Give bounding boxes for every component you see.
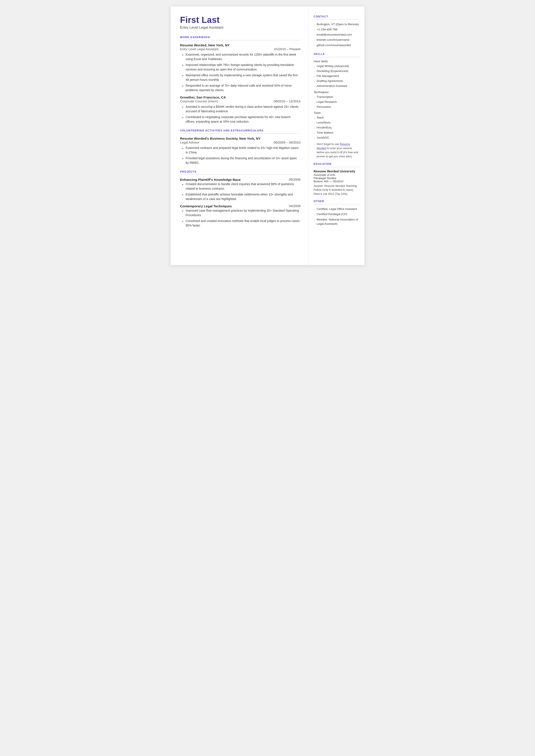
bullet: Maintained office records by implementin… [182,73,300,82]
technique: Transcription [314,95,360,99]
bullet: Assisted in securing a $500K verdict dur… [182,104,300,114]
other-title: OTHER [314,200,360,203]
bullet: Conceived and created innovative methods… [182,219,300,228]
contact-item-phone: +1-234-456-789 [314,27,360,32]
volunteer-dates-1: 06/2009 – 04/2010 [274,141,300,144]
hard-skills-label: Hard Skills: [314,60,360,63]
bullet: Provided legal assistance during the fin… [182,156,300,165]
edu-name: Resume Worded University [314,170,360,173]
tools-label: Tools: [314,111,360,114]
volunteer-header-1: Resume Worded's Business Society, New Yo… [180,137,300,141]
job-header-1: Resume Worded, New York, NY [180,43,300,47]
job-dates-2: 06/2010 – 12/2014 [274,99,300,103]
education-divider [314,167,360,167]
contact-section: CONTACT Burlington, VT (Open to Remote) … [314,15,360,47]
other-item: Certified Paralegal (CP) [314,212,360,216]
job-block-2: Growthsi, San Francisco, CA Corporate Co… [180,96,300,124]
techniques-label: Techniques: [314,91,360,94]
project-bullets-2: Improved case flow management practices … [180,209,300,228]
skills-section: SKILLS Hard Skills: Legal Writing (Advan… [314,53,360,159]
hard-skill: Administrative Assistant [314,84,360,88]
bullet: Contributed to negotiating corporate pur… [182,115,300,124]
job-company-2: Growthsi, San Francisco, CA [180,96,226,99]
contact-item-email: email@resumeworded.com [314,33,360,37]
edu-awards: Awards: Resume Worded Teaching Fellow (o… [314,184,360,196]
contact-item-github: github.com/resumeworded [314,43,360,47]
other-item: Member, National Association of Legal As… [314,217,360,226]
edu-degree: Associate of Arts [314,173,360,177]
volunteering-divider [180,133,300,134]
tool: JurisDOC [314,136,360,140]
job-role-1: Entry Level Legal Assistant [180,47,219,51]
project-header-2: Contemporary Legal Techniques 04/2009 [180,204,300,208]
promo-text: Don't forget to use Resume Worded to sca… [314,142,360,159]
project-date-2: 04/2009 [289,204,300,208]
project-block-1: Enhancing Plaintiff's Knowledge Base 05/… [180,178,300,201]
job-bullets-1: Examined, organized, and summarized reco… [180,52,300,93]
hard-skill: Docketing (Experienced) [314,69,360,73]
bullet: Established that plaintiffs achieve favo… [182,192,300,201]
bullet: Responded to an average of 70+ daily inb… [182,83,300,93]
volunteer-company-1: Resume Worded's Business Society, New Yo… [180,137,261,141]
contact-list: Burlington, VT (Open to Remote) +1-234-4… [314,22,360,47]
other-item: Certified, Legal Office Assistant [314,207,360,211]
work-experience-title: WORK EXPERIENCE [180,36,300,39]
job-role-dates-2: Corporate Counsel (Intern) 06/2010 – 12/… [180,99,300,104]
tool: Time Matters [314,130,360,135]
hard-skill: Legal Writing (Advanced) [314,64,360,68]
other-section: OTHER Certified, Legal Office Assistant … [314,200,360,226]
bullet: Examined contracts and prepared legal br… [182,146,300,155]
project-date-1: 05/2009 [289,178,300,181]
volunteering-title: VOLUNTEERING ACTIVITIES AND EXTRACURRICU… [180,129,300,132]
project-name-1: Enhancing Plaintiff's Knowledge Base [180,178,241,182]
volunteer-block-1: Resume Worded's Business Society, New Yo… [180,137,300,165]
tool: HoudiniEsq [314,126,360,130]
volunteer-bullets-1: Examined contracts and prepared legal br… [180,146,300,165]
hard-skills-list: Legal Writing (Advanced) Docketing (Expe… [314,64,360,88]
resume-container: First Last Entry Level Legal Assistant W… [171,7,365,265]
job-header-2: Growthsi, San Francisco, CA [180,96,300,99]
contact-item-linkedin: linkedin.com/in/username [314,38,360,42]
tools-list: Slack LexisNexis HoudiniEsq Time Matters… [314,116,360,140]
technique: Legal Research [314,100,360,104]
edu-location: Boston, MA — 05/2010 [314,180,360,183]
project-header-1: Enhancing Plaintiff's Knowledge Base 05/… [180,178,300,182]
job-bullets-2: Assisted in securing a $500K verdict dur… [180,104,300,124]
techniques-list: Transcription Legal Research Persuasion [314,95,360,109]
bullet: Improved case flow management practices … [182,209,300,217]
job-role-dates-1: Entry Level Legal Assistant 01/2015 – Pr… [180,47,300,52]
contact-title: CONTACT [314,15,360,18]
tool: LexisNexis [314,121,360,125]
education-section: EDUCATION Resume Worded University Assoc… [314,162,360,196]
job-dates-1: 01/2015 – Present [274,47,300,51]
other-list: Certified, Legal Office Assistant Certif… [314,207,360,226]
edu-field: Paralegal Studies [314,177,360,180]
education-title: EDUCATION [314,162,360,165]
job-block-1: Resume Worded, New York, NY Entry Level … [180,43,300,93]
technique: Persuasion [314,105,360,109]
project-bullets-1: Created documentation to handle client i… [180,182,300,201]
edu-block: Resume Worded University Associate of Ar… [314,170,360,196]
skills-title: SKILLS [314,53,360,56]
project-block-2: Contemporary Legal Techniques 04/2009 Im… [180,204,300,228]
volunteer-role-dates-1: Legal Advisor 06/2009 – 04/2010 [180,141,300,146]
project-name-2: Contemporary Legal Techniques [180,204,232,208]
projects-title: PROJECTS [180,170,300,173]
bullet: Examined, organized, and summarized reco… [182,52,300,61]
job-company-1: Resume Worded, New York, NY [180,43,230,47]
contact-divider [314,19,360,20]
left-column: First Last Entry Level Legal Assistant W… [171,7,309,265]
job-role-2: Corporate Counsel (Intern) [180,99,218,103]
volunteer-role-1: Legal Advisor [180,141,199,144]
name: First Last [180,15,300,25]
projects-divider [180,175,300,175]
hard-skill: File Management [314,74,360,78]
hard-skill: Drafting Agreements [314,79,360,83]
subtitle: Entry Level Legal Assistant [180,25,300,30]
bullet: Created documentation to handle client i… [182,182,300,191]
promo-text-part1: Don't forget to use [317,142,340,146]
contact-item-location: Burlington, VT (Open to Remote) [314,22,360,26]
right-column: CONTACT Burlington, VT (Open to Remote) … [309,7,365,265]
bullet: Improved relationships with 780+ foreign… [182,63,300,72]
tool: Slack [314,116,360,120]
